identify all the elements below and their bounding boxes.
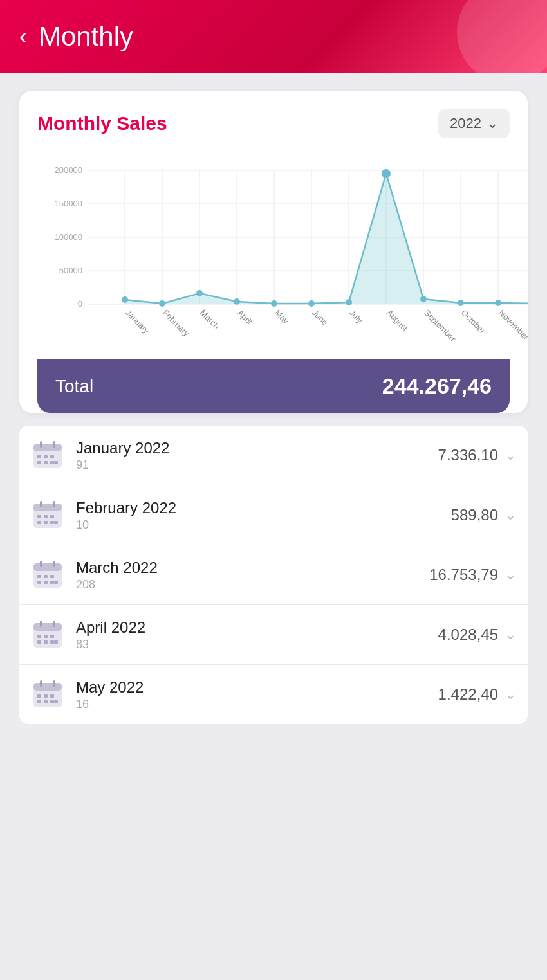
calendar-icon [31, 498, 64, 532]
svg-rect-77 [54, 640, 58, 644]
data-point-aug [382, 169, 391, 178]
svg-rect-50 [44, 515, 48, 518]
svg-text:100000: 100000 [55, 232, 82, 242]
month-list-item[interactable]: March 2022 208 16.753,79 ⌄ [19, 545, 528, 605]
main-content: Monthly Sales 2022 ⌄ 200000 150000 10000… [0, 73, 547, 750]
chevron-down-icon: ⌄ [505, 626, 516, 643]
month-name: February 2022 [76, 499, 440, 517]
svg-rect-52 [37, 521, 41, 524]
svg-rect-86 [44, 700, 48, 703]
month-amount: 1.422,40 [438, 685, 498, 703]
svg-rect-71 [37, 635, 41, 638]
month-count: 83 [76, 638, 427, 651]
svg-rect-73 [50, 635, 54, 638]
svg-rect-54 [50, 521, 54, 524]
svg-rect-49 [37, 515, 41, 518]
month-amount: 7.336,10 [438, 446, 498, 464]
data-point-sep [420, 296, 427, 302]
chart-header: Monthly Sales 2022 ⌄ [37, 109, 510, 138]
month-info: March 2022 208 [76, 559, 418, 592]
svg-rect-64 [44, 581, 48, 584]
month-amount: 4.028,45 [438, 626, 498, 644]
svg-text:50000: 50000 [59, 266, 82, 275]
svg-rect-35 [33, 444, 62, 451]
chart-container: 200000 150000 100000 50000 0 [37, 154, 510, 359]
svg-rect-36 [40, 441, 42, 448]
month-amount: 16.753,79 [429, 566, 498, 584]
svg-rect-37 [53, 441, 55, 448]
svg-text:May: May [273, 308, 291, 326]
data-point-jan [122, 296, 128, 303]
svg-rect-51 [50, 515, 54, 518]
svg-rect-88 [54, 700, 58, 703]
calendar-icon [31, 558, 64, 592]
svg-text:February: February [161, 308, 192, 339]
svg-rect-41 [37, 461, 41, 464]
data-point-jun [308, 300, 315, 307]
svg-rect-74 [37, 640, 41, 644]
svg-rect-61 [44, 575, 48, 578]
total-label: Total [55, 376, 93, 397]
svg-rect-44 [54, 461, 58, 464]
svg-rect-75 [44, 640, 48, 644]
month-name: January 2022 [76, 439, 427, 457]
month-list-item[interactable]: January 2022 91 7.336,10 ⌄ [19, 426, 528, 485]
svg-rect-43 [50, 461, 54, 464]
calendar-icon [31, 678, 64, 711]
month-name: March 2022 [76, 559, 418, 577]
month-count: 10 [76, 518, 440, 532]
back-button[interactable]: ‹ [19, 25, 27, 48]
svg-rect-47 [40, 501, 42, 507]
month-right: 7.336,10 ⌄ [438, 446, 516, 464]
svg-rect-55 [54, 521, 58, 524]
year-selector[interactable]: 2022 ⌄ [438, 109, 510, 138]
svg-text:September: September [422, 308, 458, 344]
svg-rect-65 [50, 581, 54, 584]
svg-rect-48 [53, 501, 55, 507]
month-count: 91 [76, 458, 427, 472]
header: ‹ Monthly [0, 0, 547, 73]
svg-rect-66 [54, 581, 58, 584]
data-point-mar [196, 290, 203, 296]
svg-rect-79 [33, 683, 62, 691]
page-title: Monthly [39, 21, 133, 52]
data-point-jul [346, 299, 352, 305]
year-value: 2022 [450, 115, 481, 132]
month-list-item[interactable]: February 2022 10 589,80 ⌄ [19, 485, 528, 545]
month-info: February 2022 10 [76, 499, 440, 532]
month-right: 1.422,40 ⌄ [438, 685, 516, 703]
svg-text:October: October [459, 308, 488, 336]
chevron-down-icon: ⌄ [505, 686, 516, 703]
data-point-oct [458, 300, 464, 306]
chevron-down-icon: ⌄ [505, 447, 516, 464]
chart-card: Monthly Sales 2022 ⌄ 200000 150000 10000… [19, 91, 528, 413]
month-name: April 2022 [76, 619, 427, 637]
svg-rect-46 [33, 504, 62, 511]
month-list-item[interactable]: April 2022 83 4.028,45 ⌄ [19, 605, 528, 665]
data-point-apr [234, 298, 240, 305]
chart-area [125, 174, 528, 304]
svg-text:November: November [497, 308, 528, 342]
svg-rect-84 [50, 694, 54, 698]
svg-text:July: July [348, 308, 365, 325]
svg-rect-68 [33, 623, 62, 631]
chevron-down-icon: ⌄ [487, 115, 498, 132]
svg-rect-60 [37, 575, 41, 578]
month-list-item[interactable]: May 2022 16 1.422,40 ⌄ [19, 665, 528, 724]
svg-rect-58 [40, 561, 42, 567]
svg-rect-59 [53, 561, 55, 567]
svg-rect-80 [40, 680, 42, 687]
svg-text:150000: 150000 [55, 199, 82, 208]
total-value: 244.267,46 [382, 374, 492, 399]
svg-rect-39 [44, 455, 48, 458]
month-name: May 2022 [76, 678, 427, 696]
month-amount: 589,80 [451, 506, 498, 524]
chart-title: Monthly Sales [37, 113, 167, 134]
data-point-feb [159, 300, 165, 307]
svg-rect-69 [40, 621, 42, 627]
svg-rect-70 [53, 621, 55, 627]
svg-text:200000: 200000 [55, 165, 82, 175]
svg-text:June: June [310, 308, 330, 328]
svg-text:January: January [124, 308, 152, 336]
svg-rect-81 [53, 680, 55, 687]
